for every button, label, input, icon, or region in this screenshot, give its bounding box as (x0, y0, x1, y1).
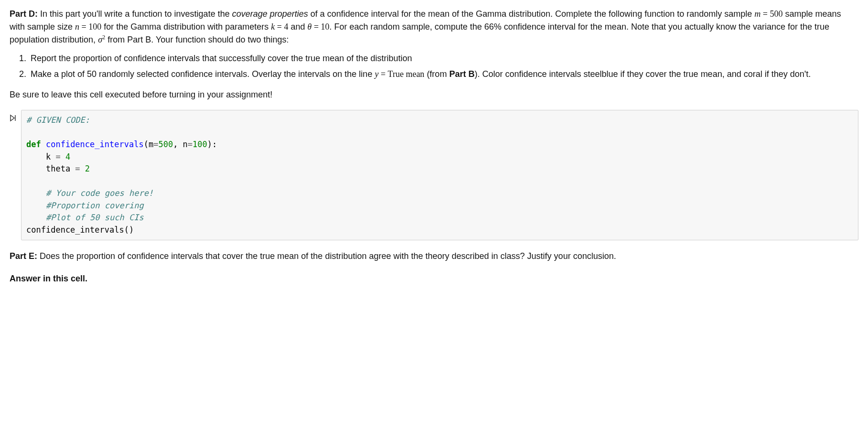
math-n-eq: n = 100 (75, 22, 101, 32)
answer-cell-text: Answer in this cell. (10, 274, 87, 283)
answer-cell[interactable]: Answer in this cell. (10, 272, 858, 285)
part-e-paragraph: Part E: Does the proportion of confidenc… (10, 250, 858, 263)
run-to-line-icon (10, 114, 17, 122)
markdown-cell-part-e: Part E: Does the proportion of confidenc… (10, 250, 858, 263)
math-sigma-sq: σ2 (98, 35, 105, 44)
list-item: Report the proportion of confidence inte… (29, 52, 858, 65)
math-y-eq: y = (375, 69, 387, 79)
coverage-properties-term: coverage properties (232, 9, 308, 19)
run-cell-button[interactable] (10, 110, 21, 125)
code-input-area[interactable]: # GIVEN CODE: def confidence_intervals(m… (21, 110, 858, 240)
part-d-label: Part D: (10, 9, 38, 19)
markdown-cell-part-d: Part D: In this part you'll write a func… (10, 8, 858, 101)
part-d-task-list: Report the proportion of confidence inte… (10, 52, 858, 81)
part-d-closing: Be sure to leave this cell executed befo… (10, 88, 858, 101)
part-b-ref: Part B (449, 69, 474, 79)
code-cell: # GIVEN CODE: def confidence_intervals(m… (10, 110, 858, 240)
part-d-paragraph: Part D: In this part you'll write a func… (10, 8, 858, 46)
part-e-label: Part E: (10, 251, 37, 261)
list-item: Make a plot of 50 randomly selected conf… (29, 68, 858, 81)
math-k-eq: k = 4 (271, 22, 288, 32)
math-m-eq: m = 500 (754, 9, 782, 19)
true-mean-text: True mean (388, 69, 425, 79)
math-theta-eq: θ = 10 (308, 22, 330, 32)
